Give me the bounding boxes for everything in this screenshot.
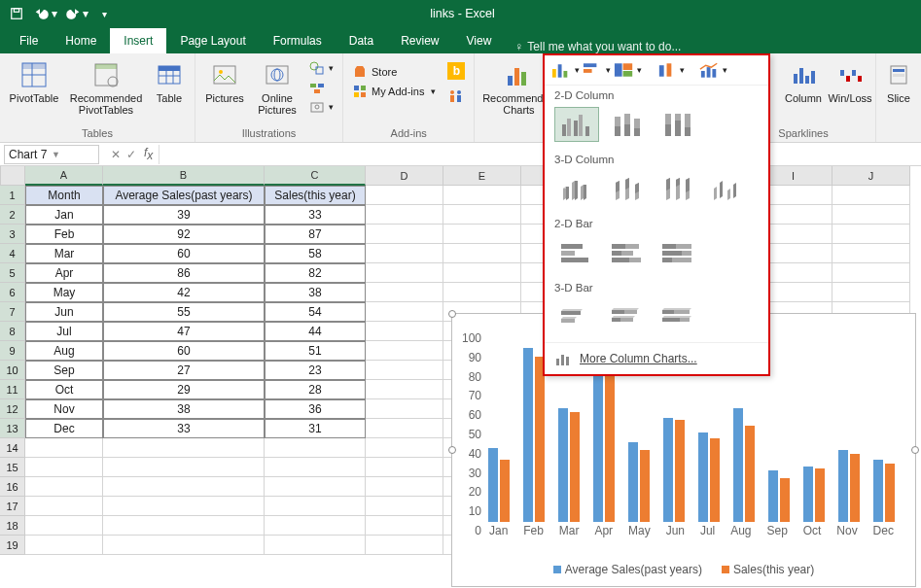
cell[interactable]: 39	[103, 205, 265, 225]
bar[interactable]	[803, 467, 813, 522]
resize-handle[interactable]	[448, 310, 456, 318]
row-header[interactable]: 16	[0, 477, 25, 497]
chart-legend[interactable]: Average Sales(past years) Sales(this yea…	[452, 563, 915, 576]
undo-dropdown-icon[interactable]: ▾	[51, 3, 58, 24]
3d-clustered-column-option[interactable]	[554, 171, 599, 206]
row-header[interactable]: 18	[0, 516, 25, 536]
cell[interactable]: 38	[265, 283, 366, 302]
shapes-button[interactable]: ▾	[306, 59, 337, 77]
bar[interactable]	[780, 478, 790, 522]
cell[interactable]: 55	[103, 302, 265, 322]
cell[interactable]: Jan	[25, 205, 103, 225]
3d-stacked100-column-option[interactable]	[655, 171, 700, 206]
cell[interactable]	[366, 458, 443, 477]
cell[interactable]: 54	[265, 302, 366, 322]
row-header[interactable]: 2	[0, 205, 25, 225]
undo-icon[interactable]	[31, 3, 53, 24]
cell[interactable]	[265, 516, 366, 536]
bar[interactable]	[605, 366, 615, 522]
cell[interactable]	[832, 263, 910, 283]
row-header[interactable]: 14	[0, 438, 25, 458]
bar-group[interactable]	[558, 408, 580, 522]
bar[interactable]	[710, 438, 720, 522]
bar-group[interactable]	[698, 432, 720, 522]
bar[interactable]	[663, 418, 673, 522]
cell[interactable]	[366, 497, 443, 516]
bar-group[interactable]	[663, 418, 685, 522]
tab-page-layout[interactable]: Page Layout	[166, 28, 259, 53]
bar[interactable]	[500, 460, 510, 522]
bar-group[interactable]	[873, 460, 895, 522]
bar-group[interactable]	[803, 467, 825, 522]
cell[interactable]	[366, 361, 443, 380]
cell[interactable]	[103, 497, 265, 516]
cell[interactable]	[103, 458, 265, 477]
cell[interactable]: Oct	[25, 380, 103, 399]
3d-stacked100-bar-option[interactable]	[655, 299, 700, 334]
cell[interactable]	[443, 186, 521, 205]
screenshot-button[interactable]: ▾	[306, 98, 337, 116]
cell[interactable]	[366, 302, 443, 322]
bar[interactable]	[558, 408, 568, 522]
cell[interactable]	[366, 419, 443, 438]
cell[interactable]	[366, 477, 443, 497]
resize-handle[interactable]	[448, 446, 456, 454]
cell[interactable]	[25, 516, 103, 536]
col-header-a[interactable]: A	[25, 166, 103, 186]
cell[interactable]: 60	[103, 244, 265, 263]
row-header[interactable]: 9	[0, 341, 25, 361]
recommended-pivottables-button[interactable]: Recommended PivotTables	[68, 55, 144, 116]
cell[interactable]	[443, 205, 521, 225]
cell[interactable]: 27	[103, 361, 265, 380]
cell[interactable]: Jul	[25, 322, 103, 341]
stacked100-bar-option[interactable]	[655, 235, 700, 270]
bing-maps-button[interactable]: b	[444, 61, 468, 81]
cell[interactable]	[366, 322, 443, 341]
bar[interactable]	[523, 348, 533, 522]
row-header[interactable]: 6	[0, 283, 25, 302]
row-header[interactable]: 15	[0, 458, 25, 477]
slicer-button[interactable]: Slice	[882, 55, 915, 104]
row-header[interactable]: 5	[0, 263, 25, 283]
row-header[interactable]: 10	[0, 361, 25, 380]
tab-insert[interactable]: Insert	[110, 28, 166, 53]
3d-stacked-bar-option[interactable]	[605, 299, 650, 334]
cell[interactable]: 82	[265, 263, 366, 283]
clustered-column-option[interactable]	[554, 107, 599, 142]
select-all-corner[interactable]	[0, 166, 25, 186]
cell[interactable]	[832, 205, 910, 225]
clustered-bar-option[interactable]	[554, 235, 599, 270]
pivottable-button[interactable]: PivotTable	[6, 55, 62, 104]
bar[interactable]	[850, 454, 860, 522]
bar-group[interactable]	[523, 348, 545, 522]
cell[interactable]	[103, 438, 265, 458]
cell[interactable]: 29	[103, 380, 265, 399]
cell[interactable]: 33	[103, 419, 265, 438]
row-header[interactable]: 3	[0, 225, 25, 244]
bar[interactable]	[570, 412, 580, 522]
cell[interactable]	[103, 536, 265, 555]
qat-customize-icon[interactable]: ▾	[93, 3, 115, 24]
bar-group[interactable]	[593, 359, 615, 522]
cell[interactable]	[832, 186, 910, 205]
name-box[interactable]: Chart 7▼	[4, 145, 99, 164]
tab-review[interactable]: Review	[387, 28, 452, 53]
cell[interactable]	[366, 536, 443, 555]
cell[interactable]	[366, 399, 443, 419]
bar[interactable]	[535, 357, 545, 522]
3d-stacked-column-option[interactable]	[605, 171, 650, 206]
chevron-down-icon[interactable]: ▼	[52, 150, 94, 159]
save-icon[interactable]	[6, 3, 27, 24]
col-header-j[interactable]: J	[832, 166, 910, 186]
cell[interactable]	[265, 458, 366, 477]
bar[interactable]	[838, 450, 848, 522]
online-pictures-button[interactable]: Online Pictures	[254, 55, 301, 116]
column-chart-dropdown[interactable]: ▾	[550, 59, 580, 81]
tab-home[interactable]: Home	[52, 28, 110, 53]
cell[interactable]: 23	[265, 361, 366, 380]
tab-data[interactable]: Data	[336, 28, 387, 53]
sparkline-column-button[interactable]: Column	[782, 55, 825, 104]
cell[interactable]	[25, 477, 103, 497]
my-addins-button[interactable]: My Add-ins▾	[349, 83, 439, 100]
cell[interactable]	[832, 244, 910, 263]
